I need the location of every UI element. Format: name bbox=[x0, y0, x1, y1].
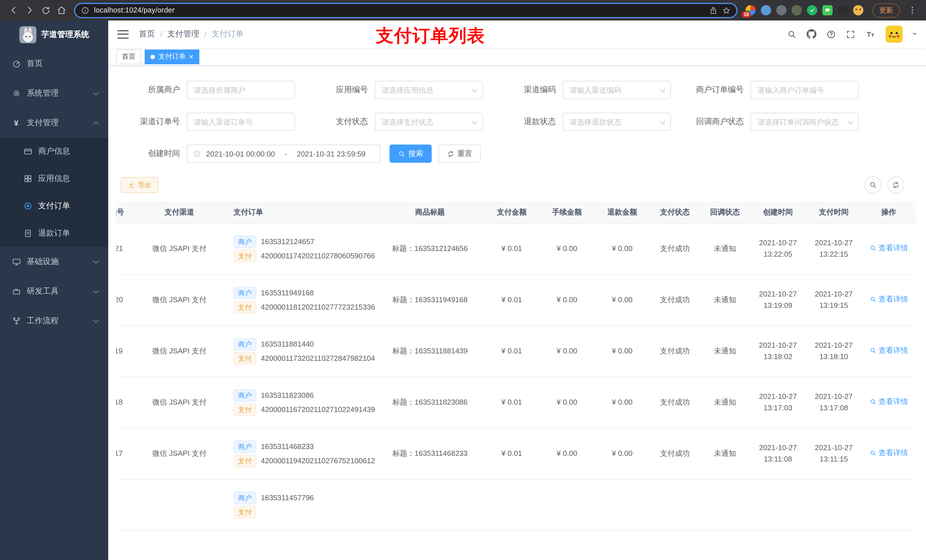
cell-amount: ¥ 0.01 bbox=[484, 326, 539, 377]
view-detail-link[interactable]: 查看详情 bbox=[869, 447, 908, 459]
cell-notify: 未通知 bbox=[700, 326, 750, 377]
hamburger-icon[interactable] bbox=[117, 30, 129, 38]
sidebar-item-pay-order[interactable]: 支付订单 bbox=[0, 192, 108, 220]
cell-pay-time: 2021-10-27 13:19:15 bbox=[806, 274, 862, 326]
cell-notify: 未通知 bbox=[700, 428, 750, 479]
chevron-down-icon bbox=[93, 90, 99, 95]
notify-status-select[interactable] bbox=[750, 113, 859, 131]
merchant-input[interactable] bbox=[187, 81, 295, 99]
back-button[interactable] bbox=[6, 2, 22, 18]
bookmark-star-icon[interactable] bbox=[722, 6, 731, 15]
extension-puzzle-icon[interactable]: 10 bbox=[746, 5, 756, 15]
cell-amount: ¥ 0.01 bbox=[484, 428, 539, 479]
filter-channel-code: 渠道编码 bbox=[505, 81, 671, 99]
cell-action: 查看详情 bbox=[862, 377, 916, 428]
col-notify: 回调状态 bbox=[700, 201, 750, 223]
sidebar-item-infra[interactable]: 基础设施 bbox=[0, 247, 108, 276]
channel-order-no-input[interactable] bbox=[187, 113, 295, 131]
cell-refund: ¥ 0.00 bbox=[595, 377, 650, 428]
extension-gray-icon[interactable] bbox=[776, 5, 787, 15]
page-content: 所属商户 应用编号 渠道编码 商户订单编号 bbox=[108, 66, 926, 560]
home-button[interactable] bbox=[53, 2, 70, 18]
breadcrumb-home[interactable]: 首页 bbox=[139, 29, 155, 39]
table-toolbar: 导出 bbox=[116, 177, 918, 193]
export-button-label: 导出 bbox=[138, 180, 151, 190]
toggle-search-icon[interactable] bbox=[864, 177, 882, 193]
view-detail-link[interactable]: 查看详情 bbox=[869, 242, 908, 254]
document-icon bbox=[23, 229, 32, 238]
breadcrumb-separator: / bbox=[204, 30, 207, 39]
export-button[interactable]: 导出 bbox=[121, 177, 158, 193]
cell-fee: ¥ 0.00 bbox=[539, 274, 595, 326]
table-row: 120 微信 JSAPI 支付 商户1635311949168 支付420000… bbox=[116, 274, 916, 326]
cell-pay-order: 商户1635311881440 支付4200001173202110272847… bbox=[222, 326, 376, 377]
cell-status: 支付成功 bbox=[650, 377, 700, 428]
refund-status-select[interactable] bbox=[563, 113, 671, 131]
search-button[interactable]: 搜索 bbox=[390, 145, 432, 163]
breadcrumb-payment[interactable]: 支付管理 bbox=[168, 29, 199, 39]
refresh-icon[interactable] bbox=[887, 177, 904, 193]
fullscreen-icon[interactable] bbox=[846, 29, 855, 39]
extension-chat-icon[interactable] bbox=[822, 5, 832, 15]
merchant-order-no-input[interactable] bbox=[750, 81, 859, 99]
share-icon[interactable] bbox=[709, 6, 717, 15]
logo-link[interactable]: 芋道管理系统 bbox=[0, 21, 108, 49]
sidebar-item-devtools[interactable]: 研发工具 bbox=[0, 276, 108, 306]
cell-status bbox=[650, 479, 700, 530]
reset-button[interactable]: 重置 bbox=[439, 145, 481, 163]
extensions-cluster: 10 bbox=[746, 5, 863, 15]
sidebar-item-merchant-info[interactable]: 商户信息 bbox=[0, 138, 108, 165]
sidebar-item-label: 首页 bbox=[27, 59, 43, 69]
forward-button[interactable] bbox=[22, 2, 38, 18]
cell-title: 标题：1635311823086 bbox=[376, 377, 484, 428]
cell-action: 查看详情 bbox=[862, 428, 916, 479]
address-bar[interactable]: localhost:1024/pay/order bbox=[74, 3, 737, 18]
channel-code-select[interactable] bbox=[563, 81, 671, 99]
view-detail-link[interactable]: 查看详情 bbox=[869, 345, 908, 356]
filter-label: 创建时间 bbox=[129, 148, 187, 159]
sidebar-item-app-info[interactable]: 应用信息 bbox=[0, 165, 108, 192]
view-detail-link[interactable]: 查看详情 bbox=[869, 396, 908, 408]
extension-dark-icon[interactable] bbox=[838, 5, 848, 15]
cell-notify: 未通知 bbox=[700, 223, 750, 274]
pay-status-select[interactable] bbox=[375, 113, 483, 131]
close-icon[interactable] bbox=[189, 53, 193, 60]
sidebar-item-label: 商户信息 bbox=[38, 146, 70, 157]
extension-emoji-icon[interactable] bbox=[853, 5, 863, 15]
sidebar-item-refund-order[interactable]: 退款订单 bbox=[0, 220, 108, 247]
reload-button[interactable] bbox=[38, 2, 53, 18]
table-row-partial: 商户1635311457796 支付 bbox=[116, 479, 916, 530]
app-no-select[interactable] bbox=[375, 81, 483, 99]
sidebar-item-system[interactable]: 系统管理 bbox=[0, 78, 108, 108]
date-range-picker[interactable]: 2021-10-01 00:00:00 - 2021-10-31 23:59:5… bbox=[187, 145, 380, 163]
avatar[interactable] bbox=[885, 26, 903, 43]
site-info-icon[interactable] bbox=[81, 6, 89, 15]
view-detail-link[interactable]: 查看详情 bbox=[869, 294, 908, 305]
search-icon[interactable] bbox=[787, 29, 797, 39]
extension-green-check-icon[interactable] bbox=[807, 5, 817, 15]
caret-down-icon[interactable] bbox=[912, 33, 917, 38]
menu-kebab-icon[interactable] bbox=[904, 2, 920, 18]
monitor-icon bbox=[11, 257, 21, 266]
font-size-icon[interactable] bbox=[865, 29, 876, 39]
breadcrumb-current: 支付订单 bbox=[212, 29, 244, 39]
sidebar-item-payment[interactable]: 支付管理 bbox=[0, 108, 108, 138]
tag-home[interactable]: 首页 bbox=[116, 49, 141, 64]
cell-amount: ¥ 0.01 bbox=[484, 377, 539, 428]
cell-fee bbox=[539, 479, 595, 530]
cell-create-time: 2021-10-27 13:11:08 bbox=[750, 428, 806, 479]
cell-notify bbox=[700, 479, 750, 530]
help-icon[interactable] bbox=[826, 29, 836, 39]
github-icon[interactable] bbox=[806, 29, 817, 39]
sidebar-item-workflow[interactable]: 工作流程 bbox=[0, 306, 108, 336]
cell-id: 117 bbox=[116, 428, 137, 479]
cell-refund: ¥ 0.00 bbox=[595, 274, 650, 326]
extension-blue-icon[interactable] bbox=[761, 5, 771, 15]
tags-bar: 首页 支付订单 bbox=[108, 48, 926, 66]
update-button[interactable]: 更新 bbox=[873, 3, 900, 17]
sidebar-item-home[interactable]: 首页 bbox=[0, 49, 108, 78]
cell-id: 120 bbox=[116, 274, 137, 326]
extension-olive-icon[interactable] bbox=[791, 5, 802, 15]
tag-pay-order[interactable]: 支付订单 bbox=[145, 49, 199, 64]
screen: localhost:1024/pay/order 10 更新 bbox=[0, 0, 926, 560]
